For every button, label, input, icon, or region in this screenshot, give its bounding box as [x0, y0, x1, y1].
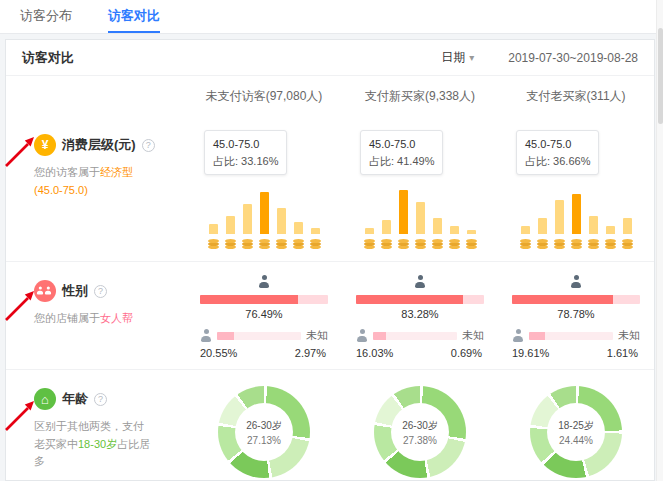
male-percent: 16.03% — [356, 347, 393, 359]
female-percent: 78.78% — [512, 308, 640, 320]
column-header-unpaid: 未支付访客(97,080人) — [186, 88, 342, 105]
unknown-label: 未知 — [618, 328, 640, 343]
unknown-label: 未知 — [306, 328, 328, 343]
section-consumption-level: ¥ 消费层级(元) ? 您的访客属于经济型(45.0-75.0) 45.0-75… — [6, 116, 654, 261]
people-icon — [36, 286, 43, 294]
female-bar — [512, 295, 640, 304]
donut-top-label: 26-30岁 — [246, 419, 282, 433]
vertical-scrollbar[interactable] — [656, 0, 663, 481]
age-donut-chart: 26-30岁 27.13% — [218, 386, 310, 478]
age-donut-chart: 18-25岁 24.44% — [530, 386, 622, 478]
panel-title: 访客对比 — [22, 49, 74, 67]
date-filter-label: 日期 — [441, 50, 465, 64]
male-icon — [200, 329, 212, 342]
bar-chart — [356, 183, 484, 251]
age-chart-new-buyers[interactable]: 26-30岁 27.38% — [342, 382, 498, 478]
age-chart-old-buyers[interactable]: 18-25岁 24.44% — [498, 382, 654, 478]
column-header-new-buyers: 支付新买家(9,338人) — [342, 88, 498, 105]
age-icon: ⌂ — [34, 388, 56, 410]
range-tooltip: 45.0-75.0 占比: 36.66% — [516, 130, 599, 175]
consumption-section-title: 消费层级(元) — [62, 136, 136, 154]
range-tooltip: 45.0-75.0 占比: 41.49% — [360, 130, 443, 175]
chevron-down-icon: ▾ — [469, 52, 474, 63]
age-desc-highlight: 18-30岁 — [78, 438, 117, 450]
panel-header: 访客对比 日期▾ 2019-07-30~2019-08-28 — [6, 40, 654, 76]
range-value: 45.0-75.0 — [213, 136, 278, 153]
male-bar — [529, 332, 613, 340]
consumption-description: 您的访客属于经济型(45.0-75.0) — [34, 164, 152, 199]
share-value: 占比: 33.16% — [213, 153, 278, 170]
people-icon — [44, 286, 51, 294]
consumption-chart-unpaid[interactable]: 45.0-75.0 占比: 33.16% — [186, 128, 342, 251]
yen-symbol: ¥ — [42, 138, 49, 152]
female-percent: 83.28% — [356, 308, 484, 320]
male-percent: 19.61% — [512, 347, 549, 359]
help-icon[interactable]: ? — [142, 139, 155, 152]
consumption-desc-prefix: 您的访客属于 — [34, 166, 100, 178]
help-icon[interactable]: ? — [94, 393, 107, 406]
gender-desc-highlight: 女人帮 — [100, 312, 133, 324]
date-filter-dropdown[interactable]: 日期▾ — [441, 49, 474, 66]
donut-top-percent: 24.44% — [559, 435, 593, 446]
gender-description: 您的店铺属于女人帮 — [34, 310, 152, 328]
range-tooltip: 45.0-75.0 占比: 33.16% — [204, 130, 287, 175]
donut-top-label: 26-30岁 — [402, 419, 438, 433]
unknown-percent: 2.97% — [295, 347, 326, 359]
section-gender: 性别 ? 您的店铺属于女人帮 76.49% 未知 20.55% 2.97% — [6, 261, 654, 369]
bar-chart — [512, 183, 640, 251]
scrollbar-thumb[interactable] — [658, 28, 663, 124]
donut-top-percent: 27.13% — [247, 435, 281, 446]
range-value: 45.0-75.0 — [369, 136, 434, 153]
help-icon[interactable]: ? — [94, 285, 107, 298]
visitor-comparison-panel: 访客对比 日期▾ 2019-07-30~2019-08-28 未支付访客(97,… — [5, 39, 655, 481]
tab-visitor-distribution[interactable]: 访客分布 — [20, 0, 72, 33]
tab-visitor-comparison[interactable]: 访客对比 — [108, 0, 160, 33]
consumption-level-icon: ¥ — [34, 134, 56, 156]
female-bar — [356, 295, 484, 304]
female-percent: 76.49% — [200, 308, 328, 320]
unknown-label: 未知 — [462, 328, 484, 343]
age-section-title: 年龄 — [62, 390, 88, 408]
consumption-chart-old-buyers[interactable]: 45.0-75.0 占比: 36.66% — [498, 128, 654, 251]
bar-chart — [200, 183, 328, 251]
range-value: 45.0-75.0 — [525, 136, 590, 153]
female-icon — [570, 275, 582, 288]
male-icon — [356, 329, 368, 342]
unknown-percent: 1.61% — [607, 347, 638, 359]
unknown-percent: 0.69% — [451, 347, 482, 359]
female-icon — [258, 275, 270, 288]
male-icon — [512, 329, 524, 342]
share-value: 占比: 41.49% — [369, 153, 434, 170]
section-age: ⌂ 年龄 ? 区别于其他两类，支付老买家中18-30岁占比居多 26-30岁 2… — [6, 369, 654, 481]
gender-chart-new-buyers[interactable]: 83.28% 未知 16.03% 0.69% — [342, 274, 498, 359]
consumption-chart-new-buyers[interactable]: 45.0-75.0 占比: 41.49% — [342, 128, 498, 251]
gender-section-title: 性别 — [62, 282, 88, 300]
age-chart-unpaid[interactable]: 26-30岁 27.13% — [186, 382, 342, 478]
age-donut-chart: 26-30岁 27.38% — [374, 386, 466, 478]
donut-top-percent: 27.38% — [403, 435, 437, 446]
share-value: 占比: 36.66% — [525, 153, 590, 170]
gender-chart-old-buyers[interactable]: 78.78% 未知 19.61% 1.61% — [498, 274, 654, 359]
donut-top-label: 18-25岁 — [558, 419, 594, 433]
gender-chart-unpaid[interactable]: 76.49% 未知 20.55% 2.97% — [186, 274, 342, 359]
age-description: 区别于其他两类，支付老买家中18-30岁占比居多 — [34, 418, 152, 471]
gender-icon — [34, 280, 56, 302]
male-bar — [217, 332, 301, 340]
column-header-old-buyers: 支付老买家(311人) — [498, 88, 654, 105]
date-range-value: 2019-07-30~2019-08-28 — [508, 51, 638, 65]
male-percent: 20.55% — [200, 347, 237, 359]
gender-desc-prefix: 您的店铺属于 — [34, 312, 100, 324]
male-bar — [373, 332, 457, 340]
house-symbol: ⌂ — [41, 392, 49, 407]
female-bar — [200, 295, 328, 304]
female-icon — [414, 275, 426, 288]
column-headers: 未支付访客(97,080人) 支付新买家(9,338人) 支付老买家(311人) — [6, 76, 654, 116]
top-tab-bar: 访客分布 访客对比 — [0, 0, 663, 34]
